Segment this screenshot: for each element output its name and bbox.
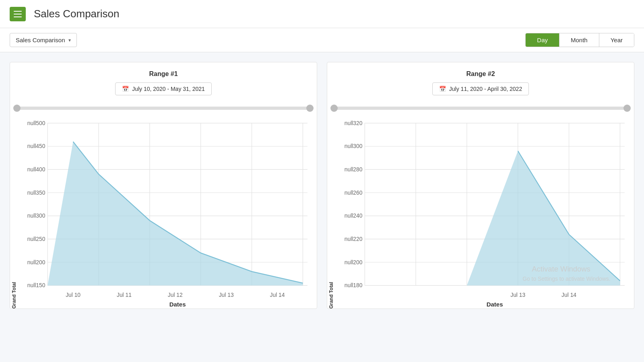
y-axis-label-range2: Grand Total [327,114,337,309]
slider-handle-right-range1[interactable] [306,105,314,112]
svg-text:null450: null450 [27,143,45,149]
month-button[interactable]: Month [559,33,599,47]
app-header: Sales Comparison [0,0,644,28]
day-button[interactable]: Day [526,33,559,47]
chart-header-range2: Range #2 📅 July 11, 2020 - April 30, 202… [327,62,634,99]
chart-wrapper-range1: Grand Total [10,114,317,309]
date-range-button-range1[interactable]: 📅 July 10, 2020 - May 31, 2021 [115,82,212,95]
slider-handle-left-range1[interactable] [13,105,21,112]
svg-text:Jul 11: Jul 11 [117,292,132,298]
svg-text:null300: null300 [345,143,363,149]
chart-header-range1: Range #1 📅 July 10, 2020 - May 31, 2021 [10,62,317,99]
svg-text:null200: null200 [345,259,363,265]
svg-text:null350: null350 [27,189,45,196]
chart-panel-range1: Range #1 📅 July 10, 2020 - May 31, 2021 … [10,62,317,309]
date-range-button-range2[interactable]: 📅 July 11, 2020 - April 30, 2022 [432,82,529,95]
svg-text:Jul 14: Jul 14 [270,292,285,298]
svg-text:null280: null280 [345,166,363,173]
svg-text:null320: null320 [345,120,363,126]
svg-text:Jul 13: Jul 13 [219,292,234,298]
svg-text:null500: null500 [27,120,45,126]
chart-title-range1: Range #1 [10,70,317,78]
svg-text:Go to Settings to activate Win: Go to Settings to activate Windows. [522,276,610,282]
svg-text:Activate Windows: Activate Windows [532,265,590,273]
slider-handle-left-range2[interactable] [330,105,338,112]
time-toggle-group: Day Month Year [525,33,634,47]
date-range-label-range2: July 11, 2020 - April 30, 2022 [449,86,522,92]
svg-text:Jul 12: Jul 12 [168,292,183,298]
page-title: Sales Comparison [34,8,119,20]
svg-text:Jul 14: Jul 14 [561,292,576,298]
chart-svg-range1: null500 null450 null400 null350 null300 … [20,114,317,309]
chart-title-range2: Range #2 [327,70,634,78]
svg-text:null240: null240 [345,212,363,219]
calendar-icon: 📅 [122,86,129,92]
svg-text:null300: null300 [27,212,45,219]
report-dropdown[interactable]: Sales Comparison ▾ [10,33,77,47]
chart-panel-range2: Range #2 📅 July 11, 2020 - April 30, 202… [327,62,634,309]
svg-text:null250: null250 [27,236,45,242]
main-content: Range #1 📅 July 10, 2020 - May 31, 2021 … [0,52,644,319]
svg-marker-22 [47,142,303,285]
svg-text:null150: null150 [27,282,45,288]
slider-handle-right-range2[interactable] [623,105,631,112]
charts-row: Range #1 📅 July 10, 2020 - May 31, 2021 … [10,62,634,309]
year-button[interactable]: Year [599,33,634,47]
svg-text:null260: null260 [345,189,363,196]
chevron-down-icon: ▾ [68,37,71,43]
menu-button[interactable] [10,7,26,21]
date-range-label-range1: July 10, 2020 - May 31, 2021 [132,86,205,92]
svg-text:null180: null180 [345,282,363,288]
svg-text:null220: null220 [345,236,363,242]
menu-line [14,11,22,12]
chart-svg-range2: null320 null300 null280 null260 null240 … [337,114,634,309]
svg-text:Jul 10: Jul 10 [66,292,80,298]
y-axis-label-range1: Grand Total [10,114,20,309]
svg-text:Dates: Dates [487,301,503,308]
svg-text:null200: null200 [27,259,45,265]
chart-wrapper-range2: Grand Total [327,114,634,309]
slider-track-range1 [17,107,310,110]
svg-text:Jul 13: Jul 13 [510,292,525,298]
slider-track-range2 [334,107,627,110]
menu-line [14,14,22,14]
svg-text:Dates: Dates [169,301,186,308]
menu-line [14,16,22,17]
report-dropdown-label: Sales Comparison [16,37,65,43]
svg-text:null400: null400 [27,166,45,173]
toolbar: Sales Comparison ▾ Day Month Year [0,28,644,52]
calendar-icon-2: 📅 [439,86,446,92]
